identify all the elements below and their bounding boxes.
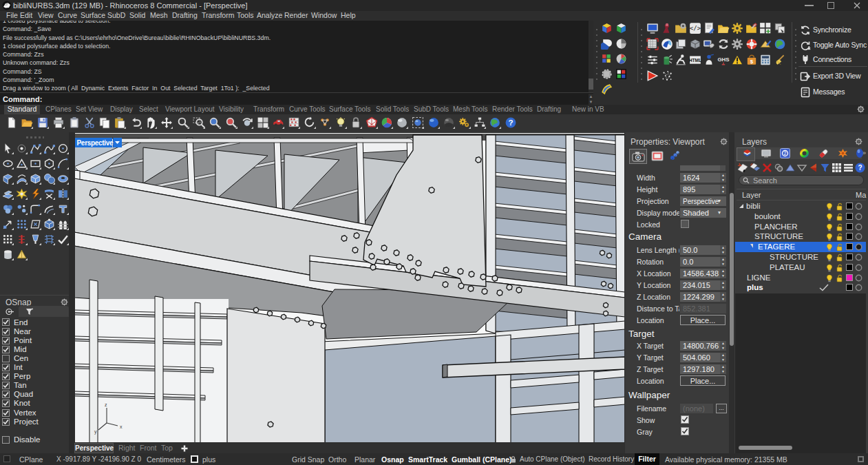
svg-text:?: ? [858, 164, 862, 172]
svg-text:GHS: GHS [717, 56, 729, 63]
svg-text:?: ? [508, 118, 513, 127]
svg-text:Perspective: Perspective [77, 139, 114, 147]
svg-text:x: x [120, 424, 123, 429]
svg-text:$: $ [750, 59, 753, 65]
svg-text:</>: </> [689, 25, 701, 32]
svg-text:z: z [105, 402, 107, 407]
svg-text:y: y [94, 429, 97, 435]
svg-text:2: 2 [784, 151, 787, 156]
svg-text:HTML: HTML [689, 58, 701, 63]
